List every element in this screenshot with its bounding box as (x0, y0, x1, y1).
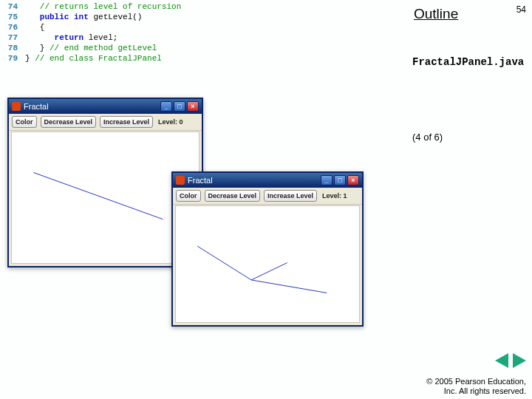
slide-number: 54 (516, 4, 526, 15)
minimize-button[interactable]: _ (321, 175, 332, 185)
increase-level-button[interactable]: Increase Level (100, 116, 153, 128)
code-listing: 74 // returns level of recursion 75 publ… (3, 1, 181, 64)
titlebar[interactable]: Fractal _ □ × (173, 173, 362, 188)
color-button[interactable]: Color (176, 190, 201, 202)
drawing-canvas (175, 205, 360, 323)
page-progress: (4 of 6) (412, 132, 443, 143)
level-label: Level: 0 (157, 118, 183, 126)
window-title: Fractal (24, 102, 49, 111)
outline-heading: Outline (414, 6, 458, 22)
decrease-level-button[interactable]: Decrease Level (205, 190, 261, 202)
source-filename: FractalJPanel.java (412, 56, 524, 68)
decrease-level-button[interactable]: Decrease Level (41, 116, 97, 128)
titlebar[interactable]: Fractal _ □ × (9, 99, 202, 114)
svg-line-2 (251, 263, 287, 280)
copyright: © 2005 Pearson Education, Inc. All right… (426, 377, 526, 396)
color-button[interactable]: Color (12, 116, 37, 128)
next-slide-arrow-icon[interactable] (513, 353, 526, 368)
svg-line-1 (197, 246, 251, 280)
maximize-button[interactable]: □ (174, 101, 185, 112)
fractal-window-level1: Fractal _ □ × Color Decrease Level Incre… (171, 171, 364, 327)
close-button[interactable]: × (347, 175, 359, 185)
level-label: Level: 1 (321, 192, 347, 200)
maximize-button[interactable]: □ (334, 175, 346, 185)
app-icon (176, 176, 185, 185)
close-button[interactable]: × (187, 101, 199, 112)
increase-level-button[interactable]: Increase Level (264, 190, 317, 202)
prev-slide-arrow-icon[interactable] (495, 353, 508, 368)
app-icon (12, 102, 21, 111)
svg-line-3 (251, 280, 327, 293)
toolbar: Color Decrease Level Increase Level Leve… (173, 188, 362, 205)
slide-nav (495, 353, 526, 368)
toolbar: Color Decrease Level Increase Level Leve… (9, 114, 202, 131)
window-title: Fractal (188, 176, 213, 185)
minimize-button[interactable]: _ (160, 101, 172, 112)
svg-line-0 (33, 172, 163, 219)
